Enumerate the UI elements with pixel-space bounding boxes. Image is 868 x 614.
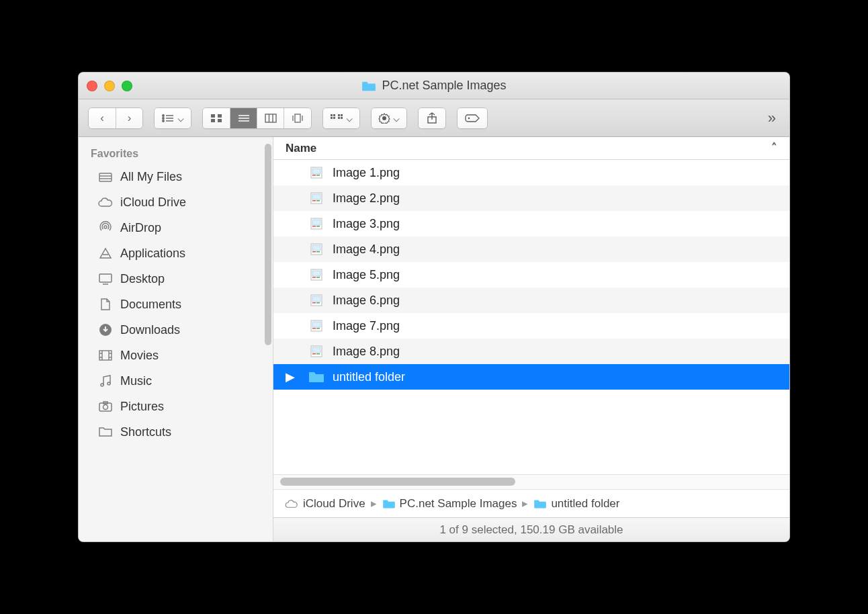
gear-icon	[378, 113, 390, 124]
file-row[interactable]: ▶Image 3.png	[273, 211, 789, 236]
path-label: iCloud Drive	[303, 497, 365, 511]
sidebar-item-airdrop[interactable]: AirDrop	[79, 215, 273, 240]
svg-rect-52	[312, 175, 316, 176]
view-list-button[interactable]	[230, 108, 257, 128]
icloud-icon	[284, 499, 299, 509]
column-header[interactable]: Name ˄	[273, 137, 789, 160]
sidebar-section-favorites: Favorites	[79, 144, 273, 164]
svg-rect-21	[331, 117, 333, 119]
music-icon	[97, 374, 114, 388]
sidebar-item-pictures[interactable]: Pictures	[79, 394, 273, 419]
horizontal-scrollbar-track[interactable]	[273, 474, 789, 489]
sidebar-item-downloads[interactable]: Downloads	[79, 317, 273, 343]
horizontal-scrollbar-thumb[interactable]	[280, 478, 515, 486]
view-coverflow-button[interactable]	[284, 108, 311, 128]
sidebar-item-music[interactable]: Music	[79, 368, 273, 394]
sidebar-item-icloud-drive[interactable]: iCloud Drive	[79, 189, 273, 215]
svg-rect-59	[312, 220, 320, 225]
sidebar-item-label: Applications	[120, 247, 185, 261]
close-button[interactable]	[87, 81, 97, 91]
image-file-icon	[308, 293, 324, 308]
view-columns-button[interactable]	[257, 108, 284, 128]
sidebar-item-label: Pictures	[120, 400, 164, 414]
arrange-button[interactable]: ⌵	[154, 107, 191, 129]
sidebar-item-movies[interactable]: Movies	[79, 343, 273, 368]
path-separator-icon: ▸	[522, 496, 528, 511]
svg-rect-79	[312, 347, 320, 353]
svg-rect-81	[316, 353, 320, 355]
svg-rect-76	[312, 328, 316, 329]
group-button[interactable]: ⌵	[322, 107, 360, 129]
zoom-button[interactable]	[122, 81, 132, 91]
path-segment-icloud[interactable]: iCloud Drive	[284, 497, 365, 511]
sidebar-scrollbar[interactable]	[265, 144, 271, 345]
sidebar-item-applications[interactable]: Applications	[79, 240, 273, 266]
folder-icon	[361, 80, 376, 92]
svg-rect-68	[312, 277, 316, 278]
tags-menu[interactable]	[458, 108, 487, 128]
group-menu[interactable]: ⌵	[323, 108, 359, 128]
list-view-icon	[238, 114, 250, 123]
svg-point-2	[163, 117, 164, 118]
folder-icon	[97, 425, 114, 439]
forward-button[interactable]: ›	[116, 108, 142, 128]
file-row[interactable]: ▶Image 1.png	[273, 160, 789, 185]
status-text: 1 of 9 selected, 150.19 GB available	[439, 523, 623, 537]
sidebar-item-desktop[interactable]: Desktop	[79, 266, 273, 292]
file-row[interactable]: ▶Image 6.png	[273, 288, 789, 313]
documents-icon	[97, 297, 114, 312]
desktop-icon	[97, 271, 114, 286]
svg-rect-13	[265, 114, 276, 122]
path-separator-icon: ▸	[371, 496, 377, 511]
toolbar-overflow[interactable]: »	[764, 109, 780, 127]
svg-rect-57	[316, 200, 320, 202]
back-button[interactable]: ‹	[89, 108, 116, 128]
list-icon	[161, 114, 175, 123]
image-file-icon	[308, 191, 324, 206]
share-menu[interactable]	[419, 108, 445, 128]
view-icons-button[interactable]	[203, 108, 230, 128]
svg-rect-9	[218, 119, 222, 122]
path-segment-folder[interactable]: PC.net Sample Images	[382, 497, 517, 511]
svg-point-0	[163, 114, 164, 116]
svg-rect-16	[295, 114, 300, 122]
file-name: Image 7.png	[333, 319, 400, 333]
file-row[interactable]: ▶Image 8.png	[273, 339, 789, 364]
file-name: Image 2.png	[333, 191, 400, 206]
folder-icon	[308, 369, 324, 384]
content-pane: Name ˄ ▶Image 1.png▶Image 2.png▶Image 3.…	[273, 137, 789, 541]
titlebar: PC.net Sample Images	[79, 73, 789, 99]
svg-rect-6	[211, 114, 215, 118]
svg-rect-7	[218, 114, 222, 118]
tags-button[interactable]	[457, 107, 488, 129]
file-name: Image 6.png	[333, 294, 400, 308]
file-row[interactable]: ▶Image 2.png	[273, 185, 789, 211]
file-row[interactable]: ▶Image 4.png	[273, 236, 789, 262]
action-button[interactable]: ⌵	[371, 107, 407, 129]
share-button[interactable]	[418, 107, 446, 129]
window-title: PC.net Sample Images	[79, 79, 789, 93]
svg-rect-73	[316, 302, 320, 304]
svg-rect-23	[338, 114, 340, 116]
finder-window: PC.net Sample Images ‹ › ⌵	[78, 72, 790, 542]
minimize-button[interactable]	[104, 81, 115, 91]
disclosure-triangle-icon[interactable]: ▶	[286, 369, 295, 384]
file-row[interactable]: ▶Image 7.png	[273, 313, 789, 339]
sidebar-item-all-my-files[interactable]: All My Files	[79, 164, 273, 189]
action-menu[interactable]: ⌵	[372, 108, 406, 128]
movies-icon	[97, 348, 114, 363]
arrange-menu[interactable]: ⌵	[155, 108, 191, 128]
sidebar-item-shortcuts[interactable]: Shortcuts	[79, 419, 273, 445]
sidebar-item-documents[interactable]: Documents	[79, 292, 273, 317]
file-row[interactable]: ▶Image 5.png	[273, 262, 789, 288]
svg-rect-35	[99, 274, 112, 282]
svg-point-48	[103, 405, 108, 410]
file-list: ▶Image 1.png▶Image 2.png▶Image 3.png▶Ima…	[273, 160, 789, 474]
path-segment-current[interactable]: untitled folder	[533, 497, 619, 511]
file-name: untitled folder	[333, 370, 405, 384]
all-my-files-icon	[97, 169, 114, 184]
image-file-icon	[308, 242, 324, 257]
folder-row[interactable]: ▶untitled folder	[273, 364, 789, 390]
pictures-icon	[97, 399, 114, 414]
coverflow-icon	[291, 114, 304, 123]
